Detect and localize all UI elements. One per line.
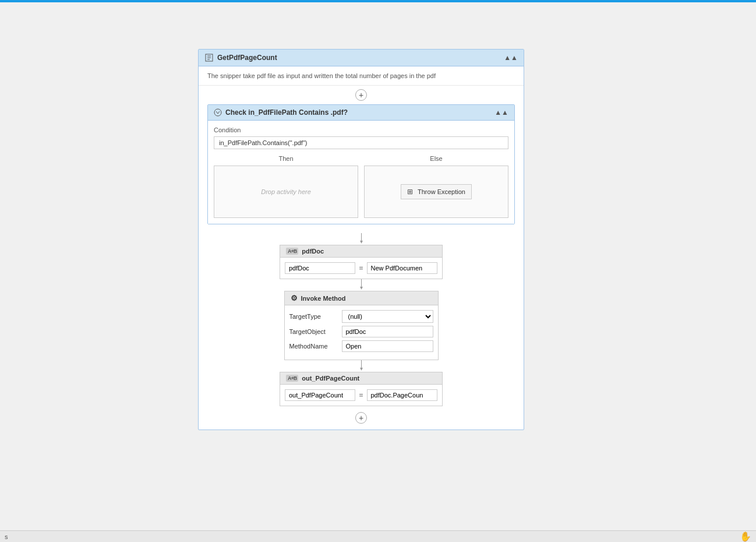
invoke-method-block: ⚙ Invoke Method TargetType (null) Target… bbox=[284, 291, 439, 360]
then-else-row: Then Drop activity here Else ⊞ T bbox=[214, 155, 508, 218]
method-name-row: MethodName bbox=[289, 340, 433, 352]
pdf-doc-block: A+B pdfDoc = bbox=[280, 245, 443, 279]
then-column: Then Drop activity here bbox=[214, 155, 358, 218]
if-collapse-button[interactable]: ▲▲ bbox=[494, 108, 508, 117]
pdf-doc-title: pdfDoc bbox=[302, 248, 324, 255]
target-type-label: TargetType bbox=[289, 313, 342, 320]
if-header-left: Check in_PdfFilePath Contains .pdf? bbox=[214, 108, 348, 117]
throw-exception-icon: ⊞ bbox=[407, 188, 413, 196]
pdf-doc-assign: = bbox=[285, 262, 437, 274]
gear-icon: ⚙ bbox=[291, 294, 298, 302]
pdf-doc-equals: = bbox=[359, 264, 363, 272]
invoke-method-body: TargetType (null) TargetObject MethodNam… bbox=[284, 305, 439, 360]
if-title: Check in_PdfFilePath Contains .pdf? bbox=[225, 108, 348, 117]
method-name-label: MethodName bbox=[289, 343, 342, 350]
pdf-doc-val-input[interactable] bbox=[367, 262, 437, 274]
main-area: GetPdfPageCount ▲▲ The snipper take pdf … bbox=[0, 2, 756, 530]
target-object-input[interactable] bbox=[342, 326, 433, 337]
status-bar: s ✋ bbox=[0, 530, 756, 542]
throw-exception-item[interactable]: ⊞ Throw Exception bbox=[401, 184, 472, 199]
else-column: Else ⊞ Throw Exception bbox=[364, 155, 508, 218]
else-label: Else bbox=[364, 155, 508, 162]
else-drop-zone[interactable]: ⊞ Throw Exception bbox=[364, 166, 508, 218]
snippet-icon bbox=[204, 53, 214, 62]
add-btn-row-top: + bbox=[199, 86, 524, 104]
if-header: Check in_PdfFilePath Contains .pdf? ▲▲ bbox=[208, 105, 514, 121]
snippet-header: GetPdfPageCount ▲▲ bbox=[199, 50, 524, 66]
method-name-input[interactable] bbox=[342, 340, 433, 352]
throw-exception-label: Throw Exception bbox=[418, 188, 465, 195]
then-label: Then bbox=[214, 155, 358, 162]
out-pdf-page-count-block: A+B out_PdfPageCount = bbox=[280, 372, 443, 406]
add-btn-row-bottom: + bbox=[199, 406, 524, 430]
connector-2 bbox=[199, 279, 524, 291]
out-pdf-page-count-assign: = bbox=[285, 389, 437, 401]
if-container: Check in_PdfFilePath Contains .pdf? ▲▲ C… bbox=[207, 104, 515, 224]
workflow-canvas: GetPdfPageCount ▲▲ The snipper take pdf … bbox=[0, 2, 756, 527]
target-object-row: TargetObject bbox=[289, 326, 433, 337]
out-pdf-page-count-header: A+B out_PdfPageCount bbox=[280, 372, 443, 384]
hand-icon: ✋ bbox=[740, 531, 751, 542]
add-activity-button-bottom[interactable]: + bbox=[355, 412, 367, 424]
snippet-description: The snipper take pdf file as input and w… bbox=[199, 66, 524, 86]
target-type-select[interactable]: (null) bbox=[342, 310, 433, 323]
snippet-header-left: GetPdfPageCount bbox=[204, 53, 277, 62]
if-body: Condition Then Drop activity here bbox=[208, 121, 514, 224]
status-left-text: s bbox=[5, 533, 8, 540]
invoke-method-title: Invoke Method bbox=[301, 295, 346, 302]
pdf-doc-var-input[interactable] bbox=[285, 262, 355, 274]
out-pdf-page-count-val-input[interactable] bbox=[367, 389, 437, 401]
svg-point-4 bbox=[214, 109, 221, 116]
condition-input[interactable] bbox=[214, 136, 508, 149]
then-drop-zone[interactable]: Drop activity here bbox=[214, 166, 358, 218]
add-activity-button-top[interactable]: + bbox=[355, 89, 367, 101]
out-pdf-page-count-title: out_PdfPageCount bbox=[302, 375, 359, 382]
condition-label: Condition bbox=[214, 126, 508, 133]
pdf-doc-header: A+B pdfDoc bbox=[280, 245, 443, 257]
out-pdf-page-count-var-input[interactable] bbox=[285, 389, 355, 401]
collapse-button[interactable]: ▲▲ bbox=[504, 54, 518, 62]
ab-icon-1: A+B bbox=[286, 248, 298, 255]
connector-3 bbox=[199, 360, 524, 372]
target-object-label: TargetObject bbox=[289, 328, 342, 335]
snippet-title: GetPdfPageCount bbox=[217, 54, 277, 62]
out-pdf-page-count-body: = bbox=[280, 384, 443, 406]
pdf-doc-body: = bbox=[280, 257, 443, 279]
ab-icon-2: A+B bbox=[286, 375, 298, 382]
invoke-method-header: ⚙ Invoke Method bbox=[284, 291, 439, 305]
target-type-row: TargetType (null) bbox=[289, 310, 433, 323]
connector-1 bbox=[199, 233, 524, 245]
drop-zone-text: Drop activity here bbox=[261, 188, 311, 195]
out-pdf-page-count-equals: = bbox=[359, 391, 363, 399]
snippet-container: GetPdfPageCount ▲▲ The snipper take pdf … bbox=[198, 49, 524, 430]
if-icon bbox=[214, 108, 222, 117]
